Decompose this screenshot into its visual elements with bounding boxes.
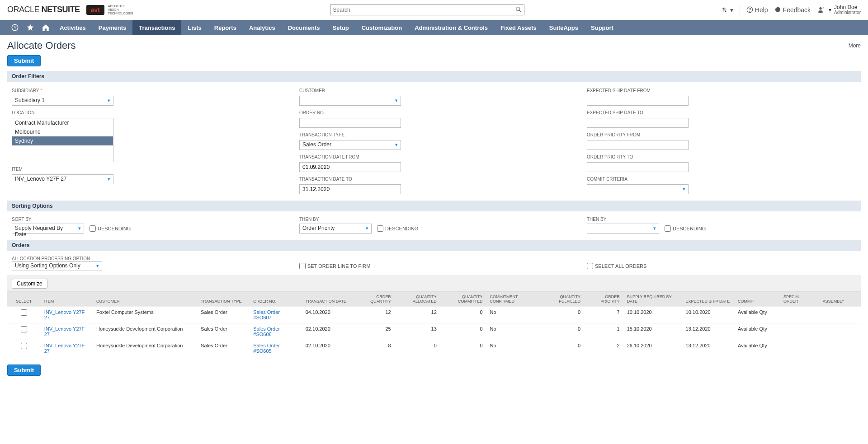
- thenby-dropdown[interactable]: Order Priority: [299, 224, 372, 234]
- qcomm-cell: 0: [440, 307, 486, 323]
- orders-table: SELECT ITEM CUSTOMER TRANSACTION TYPE OR…: [7, 292, 861, 356]
- shipto-label: EXPECTED SHIP DATE TO: [587, 110, 856, 115]
- txtype-dropdown[interactable]: Sales Order: [299, 140, 401, 150]
- help-link[interactable]: Help: [746, 6, 768, 14]
- svg-line-1: [519, 10, 521, 12]
- txdate-cell: 02.10.2020: [302, 340, 354, 357]
- shipto-input[interactable]: [587, 118, 689, 128]
- shipfrom-input[interactable]: [587, 96, 689, 106]
- txto-input[interactable]: [299, 184, 401, 194]
- subsidiary-dropdown[interactable]: Subsidiary 1: [12, 96, 113, 106]
- location-option[interactable]: Contract Manufacturer: [12, 118, 113, 127]
- recent-records-icon[interactable]: [7, 20, 23, 35]
- nav-setup[interactable]: Setup: [326, 20, 355, 35]
- search-icon[interactable]: [515, 6, 522, 13]
- user-role: Administrator: [834, 10, 861, 15]
- row-select-checkbox[interactable]: [21, 343, 27, 349]
- thenby2-descending[interactable]: DESCENDING: [665, 225, 706, 232]
- item-dropdown[interactable]: INV_Lenovo Y27F 27: [12, 174, 113, 184]
- nav-customization[interactable]: Customization: [355, 20, 409, 35]
- oprio-cell: 1: [584, 323, 623, 340]
- prioto-input[interactable]: [587, 162, 689, 172]
- col-assembly: ASSEMBLY: [819, 292, 861, 307]
- avt-subtext: Absolute Vision Technologies: [108, 5, 133, 15]
- feedback-link[interactable]: Feedback: [774, 6, 811, 14]
- table-row: INV_Lenovo Y27F 27Honeysuckle Developmen…: [7, 323, 861, 340]
- nav-suiteapps[interactable]: SuiteApps: [543, 20, 585, 35]
- sortby-descending[interactable]: DESCENDING: [90, 225, 131, 232]
- customer-cell: Honeysuckle Development Corporation: [93, 323, 197, 340]
- priofrom-input[interactable]: [587, 140, 689, 150]
- txfrom-input[interactable]: [299, 162, 401, 172]
- cconf-cell: No: [486, 340, 538, 357]
- nav-analytics[interactable]: Analytics: [243, 20, 282, 35]
- commit-cell: Available Qty: [734, 323, 780, 340]
- col-qcomm: QUANTITY COMMITTED: [440, 292, 486, 307]
- commit-cell: Available Qty: [734, 307, 780, 323]
- search-input[interactable]: [330, 5, 524, 15]
- qcomm-cell: 0: [440, 323, 486, 340]
- col-item: ITEM: [41, 292, 93, 307]
- thenby-label: THEN BY: [299, 217, 569, 222]
- item-link[interactable]: INV_Lenovo Y27F 27: [44, 343, 85, 354]
- oracle-netsuite-logo: ORACLE NETSUITE: [7, 5, 80, 14]
- col-orderno: ORDER NO.: [250, 292, 302, 307]
- col-oprio: ORDER PRIORITY: [584, 292, 623, 307]
- section-order-filters: Order Filters: [7, 71, 861, 82]
- submit-button-bottom[interactable]: Submit: [7, 365, 41, 376]
- order-link[interactable]: Sales Order #SO606: [253, 326, 280, 337]
- customer-label: CUSTOMER: [299, 88, 569, 93]
- col-select: SELECT: [7, 292, 41, 307]
- thenby-descending[interactable]: DESCENDING: [377, 225, 418, 232]
- favorites-icon[interactable]: [23, 20, 38, 35]
- customer-dropdown[interactable]: [299, 96, 401, 106]
- col-qalloc: QUANTITY ALLOCATED: [395, 292, 440, 307]
- thenby2-label: THEN BY: [587, 217, 856, 222]
- txtype-cell: Sales Order: [197, 323, 250, 340]
- roles-icon[interactable]: ▾: [721, 6, 733, 14]
- nav-activities[interactable]: Activities: [53, 20, 92, 35]
- shipfrom-label: EXPECTED SHIP DATE FROM: [587, 88, 856, 93]
- qcomm-cell: 0: [440, 340, 486, 357]
- location-option[interactable]: Melbourne: [12, 127, 113, 136]
- global-search[interactable]: [330, 5, 524, 15]
- order-link[interactable]: Sales Order #SO607: [253, 309, 280, 320]
- sortby-dropdown[interactable]: Supply Required By Date: [12, 224, 84, 234]
- nav-documents[interactable]: Documents: [282, 20, 326, 35]
- nav-support[interactable]: Support: [585, 20, 620, 35]
- nav-lists[interactable]: Lists: [181, 20, 208, 35]
- location-listbox[interactable]: Contract Manufacturer Melbourne Sydney: [12, 118, 113, 162]
- col-expship: EXPECTED SHIP DATE: [682, 292, 734, 307]
- location-option-selected[interactable]: Sydney: [12, 136, 113, 145]
- customize-button[interactable]: Customize: [12, 279, 47, 289]
- item-link[interactable]: INV_Lenovo Y27F 27: [44, 309, 85, 320]
- row-select-checkbox[interactable]: [21, 309, 27, 316]
- page-title: Allocate Orders: [7, 40, 76, 51]
- select-all-checkbox[interactable]: SELECT ALL ORDERS: [587, 261, 856, 271]
- nav-reports[interactable]: Reports: [208, 20, 243, 35]
- nav-administration[interactable]: Administration & Controls: [408, 20, 494, 35]
- item-link[interactable]: INV_Lenovo Y27F 27: [44, 326, 85, 337]
- user-menu[interactable]: ▾ John Doe Administrator: [817, 5, 861, 15]
- nav-payments[interactable]: Payments: [92, 20, 132, 35]
- home-icon[interactable]: [38, 20, 53, 35]
- set-firm-checkbox[interactable]: SET ORDER LINE TO FIRM: [299, 261, 569, 271]
- alloc-option-dropdown[interactable]: Using Sorting Options Only: [12, 261, 102, 271]
- supreq-cell: 10.10.2020: [623, 307, 682, 323]
- supreq-cell: 26.10.2020: [623, 340, 682, 357]
- more-link[interactable]: More: [849, 42, 861, 49]
- orderno-label: ORDER NO.: [299, 110, 569, 115]
- qfulf-cell: 0: [538, 340, 584, 357]
- txtype-label: TRANSACTION TYPE: [299, 132, 569, 137]
- submit-button-top[interactable]: Submit: [7, 55, 41, 66]
- nav-transactions[interactable]: Transactions: [132, 20, 181, 35]
- thenby2-dropdown[interactable]: [587, 224, 659, 234]
- order-link[interactable]: Sales Order #SO605: [253, 343, 280, 354]
- nav-fixed-assets[interactable]: Fixed Assets: [494, 20, 543, 35]
- section-orders: Orders: [7, 240, 861, 251]
- col-special: SPECIAL ORDER: [780, 292, 819, 307]
- customer-cell: Honeysuckle Development Corporation: [93, 340, 197, 357]
- commit-dropdown[interactable]: [587, 184, 689, 194]
- orderno-input[interactable]: [299, 118, 401, 128]
- row-select-checkbox[interactable]: [21, 326, 27, 332]
